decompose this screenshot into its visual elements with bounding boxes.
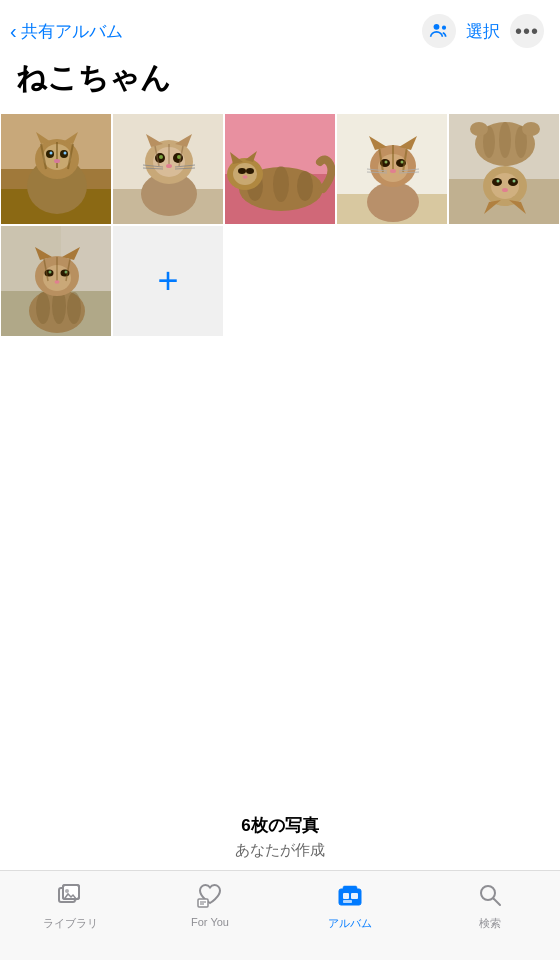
svg-point-49 [243,175,248,179]
svg-point-46 [246,168,254,174]
svg-point-32 [166,164,172,168]
svg-point-0 [434,24,440,30]
svg-point-41 [273,166,289,202]
svg-rect-109 [198,899,208,907]
photo-item[interactable] [0,225,112,337]
svg-rect-116 [351,893,358,899]
svg-line-119 [494,899,501,906]
svg-point-85 [502,188,508,192]
tab-search[interactable]: 検索 [450,881,530,931]
photo-grid: + [0,113,560,337]
tab-for-you-label: For You [191,916,229,928]
cat-photo-2 [113,114,224,225]
svg-point-44 [233,163,257,185]
cat-photo-4 [337,114,448,225]
svg-point-75 [470,122,488,136]
ellipsis-icon: ••• [515,20,539,43]
album-info: 6枚の写真 あなたが作成 [0,814,560,860]
cat-photo-6 [1,226,112,337]
svg-point-17 [54,159,60,163]
for-you-icon [196,881,224,913]
svg-point-92 [67,292,81,324]
svg-point-78 [491,173,519,199]
svg-point-52 [367,182,419,222]
tab-for-you[interactable]: For You [170,881,250,928]
people-icon [429,21,449,41]
creator-label: あなたが作成 [0,841,560,860]
plus-icon: + [157,263,178,299]
back-button[interactable]: ‹ 共有アルバム [10,20,123,43]
shared-users-button[interactable] [422,14,456,48]
svg-point-10 [50,152,53,155]
svg-point-82 [513,180,516,183]
svg-point-81 [497,180,500,183]
add-photo-button[interactable]: + [112,225,224,337]
svg-point-76 [522,122,540,136]
search-icon [476,881,504,913]
cat-photo-3 [225,114,336,225]
tab-albums[interactable]: アルバム [310,881,390,931]
photo-item[interactable] [336,113,448,225]
photo-item[interactable] [448,113,560,225]
cat-photo-1 [1,114,112,225]
svg-rect-115 [343,893,349,899]
svg-point-97 [49,271,52,274]
tab-albums-label: アルバム [328,916,372,931]
chevron-left-icon: ‹ [10,21,17,41]
svg-rect-114 [343,886,357,891]
photo-item[interactable] [0,113,112,225]
navigation-header: ‹ 共有アルバム 選択 ••• [0,0,560,54]
tab-bar: ライブラリ For You アルバム [0,870,560,960]
tab-library[interactable]: ライブラリ [30,881,110,931]
header-actions: 選択 ••• [422,14,544,48]
photo-count-label: 6枚の写真 [0,814,560,837]
library-icon [56,881,84,913]
svg-point-64 [390,169,396,173]
back-label: 共有アルバム [21,20,123,43]
tab-search-label: 検索 [479,916,501,931]
album-title: ねこちゃん [0,54,560,113]
svg-point-73 [499,122,511,158]
photo-item[interactable] [224,113,336,225]
svg-point-45 [238,168,246,174]
select-button[interactable]: 選択 [466,20,500,43]
svg-point-108 [65,889,69,893]
svg-point-58 [401,161,404,164]
tab-library-label: ライブラリ [43,916,98,931]
svg-point-104 [55,280,60,284]
svg-point-1 [442,26,446,30]
albums-icon [336,881,364,913]
photo-item[interactable] [112,113,224,225]
svg-point-42 [297,171,313,201]
more-options-button[interactable]: ••• [510,14,544,48]
svg-point-90 [36,292,50,324]
svg-point-57 [385,161,388,164]
svg-rect-117 [343,900,352,903]
svg-point-11 [64,152,67,155]
svg-point-25 [159,155,163,159]
cat-photo-5 [449,114,560,225]
